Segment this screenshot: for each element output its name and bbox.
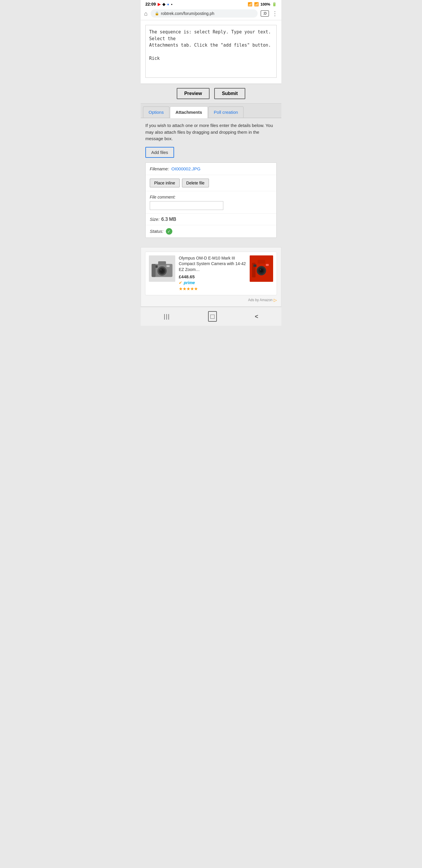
main-content: Preview Submit Options Attachments Poll … [141, 20, 281, 307]
preview-button[interactable]: Preview [177, 88, 209, 99]
add-files-button[interactable]: Add files [145, 147, 174, 158]
tab-poll-creation[interactable]: Poll creation [208, 106, 244, 118]
diamond-icon: ◆ [162, 2, 165, 6]
ad-price: £448.65 [179, 274, 246, 279]
size-label: Size: [150, 217, 159, 222]
chrome-icon: ● [167, 2, 169, 6]
ad-footer: Ads by Amazon ▷ [145, 298, 277, 302]
ad-image-left [149, 255, 175, 282]
status-label: Status: [150, 229, 164, 234]
time-display: 22:09 [145, 2, 156, 6]
prime-checkmark-icon: ✔ [179, 280, 182, 285]
ad-image-right [250, 255, 273, 282]
place-inline-button[interactable]: Place inline [150, 179, 180, 187]
back-nav-button[interactable]: < [255, 313, 258, 320]
camera-red-svg [251, 257, 272, 279]
filename-link[interactable]: OI000002.JPG [171, 166, 200, 171]
tab-attachments[interactable]: Attachments [170, 106, 208, 118]
file-comment-input[interactable] [150, 201, 223, 210]
ad-title: Olympus OM-D E-M10 Mark III Compact Syst… [179, 255, 246, 273]
file-entry: Filename: OI000002.JPG Place inline Dele… [145, 162, 277, 238]
svg-point-4 [160, 269, 164, 273]
file-actions-row: Place inline Delete file [145, 175, 277, 191]
home-nav-button[interactable]: □ [208, 311, 217, 322]
ads-by-amazon-label: Ads by Amazon [248, 298, 272, 302]
svg-rect-1 [158, 261, 166, 265]
svg-rect-8 [152, 264, 155, 277]
amazon-icon: ▷ [274, 298, 277, 302]
svg-point-5 [161, 270, 162, 271]
browser-actions: :D ⋮ [261, 10, 278, 17]
ad-section: Olympus OM-D E-M10 Mark III Compact Syst… [141, 247, 281, 307]
ad-stars: ★★★★★ [179, 286, 246, 291]
file-buttons: Place inline Delete file [150, 179, 209, 187]
youtube-icon: ▶ [158, 2, 161, 6]
status-right: 📶 📶 100% 🔋 [248, 2, 277, 6]
url-text: robtrek.com/forum/posting.ph [161, 11, 214, 16]
file-status-row: Status: [145, 225, 277, 238]
submit-button[interactable]: Submit [214, 88, 245, 99]
camera-silver-svg [150, 257, 174, 279]
file-comment-row: File comment: [145, 191, 277, 214]
status-check-icon [166, 228, 172, 235]
svg-rect-15 [266, 264, 269, 266]
browser-chrome: ⌂ 🔒 robtrek.com/forum/posting.ph :D ⋮ [141, 8, 281, 20]
signal-icon: 📶 [254, 2, 259, 6]
dot-indicator: • [171, 2, 173, 6]
tabs-container: Options Attachments Poll creation [141, 103, 281, 118]
file-size-row: Size: 6.3 MB [145, 214, 277, 225]
svg-point-14 [260, 269, 261, 270]
file-comment-label: File comment: [150, 195, 272, 199]
delete-file-button[interactable]: Delete file [182, 179, 209, 187]
menu-nav-button[interactable]: ||| [164, 313, 170, 320]
reply-textarea[interactable] [145, 25, 277, 78]
ad-content[interactable]: Olympus OM-D E-M10 Mark III Compact Syst… [145, 252, 277, 296]
wifi-icon: 📶 [248, 2, 252, 6]
size-value: 6.3 MB [161, 217, 176, 222]
svg-rect-10 [258, 260, 265, 264]
more-options-button[interactable]: ⋮ [272, 10, 278, 17]
filename-row: Filename: OI000002.JPG [145, 163, 277, 175]
navigation-bar: ||| □ < [141, 307, 281, 326]
attachments-content: If you wish to attach one or more files … [141, 118, 281, 244]
address-bar[interactable]: 🔒 robtrek.com/forum/posting.ph [151, 9, 258, 18]
status-left: 22:09 ▶ ◆ ● • [145, 2, 172, 6]
status-bar: 22:09 ▶ ◆ ● • 📶 📶 100% 🔋 [141, 0, 281, 8]
ad-details: Olympus OM-D E-M10 Mark III Compact Syst… [179, 255, 246, 292]
tab-switcher-button[interactable]: :D [261, 10, 269, 17]
filename-label: Filename: [150, 166, 169, 171]
svg-rect-17 [254, 265, 256, 267]
textarea-section [141, 20, 281, 84]
svg-rect-6 [166, 265, 170, 267]
battery-icon: 🔋 [272, 2, 277, 6]
attachments-description: If you wish to attach one or more files … [145, 122, 277, 142]
lock-icon: 🔒 [155, 11, 159, 16]
prime-label: prime [184, 280, 195, 285]
battery-display: 100% [261, 2, 270, 6]
browser-home-button[interactable]: ⌂ [144, 10, 148, 17]
action-bar: Preview Submit [141, 84, 281, 103]
tab-options[interactable]: Options [143, 106, 169, 118]
